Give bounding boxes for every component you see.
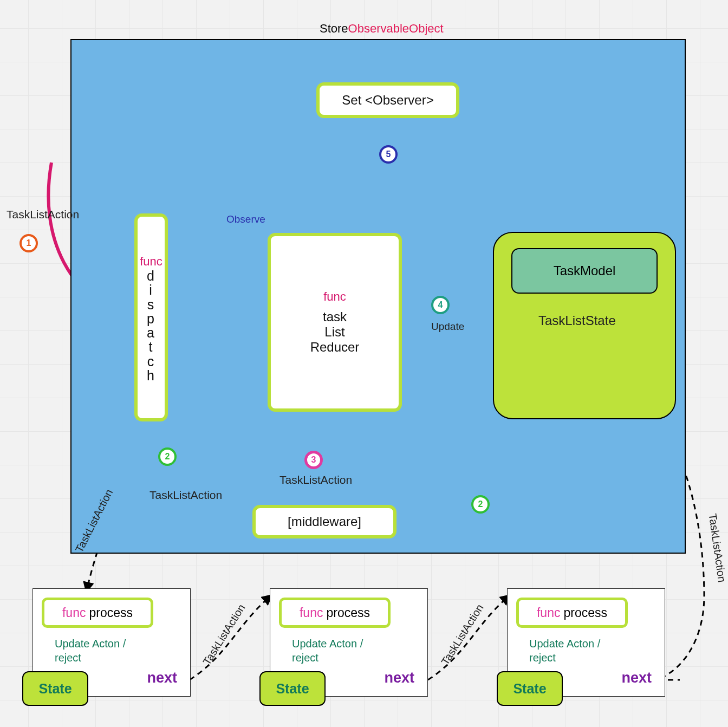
- edge-dashed-p1-p2: [190, 596, 271, 680]
- dispatch-box: func dispatch: [134, 213, 168, 421]
- diagram-canvas: StoreObservableObject Set <Observer> fun…: [0, 0, 728, 727]
- badge-2a: 2: [158, 447, 177, 466]
- process-box-2: func process Update Acton /reject State …: [270, 588, 428, 697]
- process-2-state-chip: State: [259, 671, 326, 706]
- process-box-1: func process Update Acton /reject State …: [32, 588, 191, 697]
- process-3-title: func process: [516, 598, 628, 628]
- badge-1: 1: [20, 234, 38, 252]
- dispatch-name: dispatch: [147, 269, 155, 382]
- badge-5: 5: [379, 145, 398, 164]
- process-3-state-chip: State: [497, 671, 563, 706]
- process-1-title: func process: [42, 598, 153, 628]
- label-mw-reducer: TaskListAction: [280, 473, 352, 486]
- badge-3: 3: [304, 451, 323, 469]
- badge-2b: 2: [471, 495, 490, 514]
- label-disp-mw: TaskListAction: [150, 489, 222, 502]
- process-3-next: next: [621, 670, 652, 686]
- process-box-3: func process Update Acton /reject State …: [507, 588, 665, 697]
- process-2-title: func process: [279, 598, 391, 628]
- store-title: StoreObservableObject: [320, 22, 444, 36]
- tasklist-state-label: TaskListState: [538, 313, 616, 328]
- observer-set-box: Set <Observer>: [316, 82, 459, 118]
- process-1-state-chip: State: [22, 671, 88, 706]
- badge-4: 4: [431, 296, 450, 314]
- process-3-sub: Update Acton /reject: [529, 637, 600, 665]
- process-1-next: next: [147, 670, 177, 686]
- label-update: Update: [431, 321, 464, 333]
- edge-dashed-p2-p3: [428, 596, 509, 680]
- middleware-box: [middleware]: [252, 505, 396, 538]
- label-observe: Observe: [226, 213, 265, 225]
- process-2-next: next: [384, 670, 414, 686]
- label-action-in: TaskListAction: [6, 208, 79, 221]
- process-1-sub: Update Acton /reject: [55, 637, 126, 665]
- process-2-sub: Update Acton /reject: [292, 637, 363, 665]
- task-model-box: TaskModel: [511, 248, 658, 294]
- reducer-box: func task List Reducer: [268, 233, 402, 412]
